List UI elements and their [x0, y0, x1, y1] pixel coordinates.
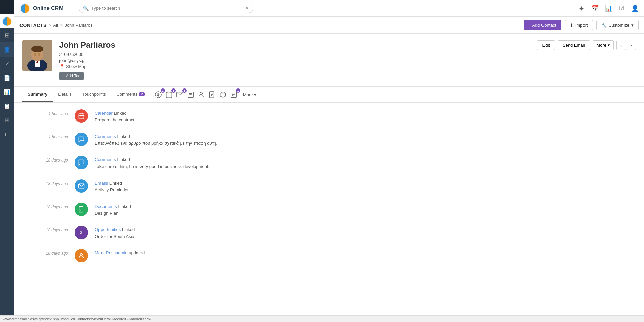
add-tag-label: + Add Tag	[63, 74, 81, 78]
contact-header: John Parliaros 2109762600 john@osys.gr 📍…	[14, 34, 644, 87]
chart-icon[interactable]: 📊	[605, 5, 612, 12]
next-record-button[interactable]: ›	[627, 41, 636, 50]
tasks-icon[interactable]: ☑	[619, 5, 625, 12]
timeline-type-link[interactable]: Opportunities	[95, 227, 121, 232]
timeline-body: Prepare the contract	[95, 117, 631, 123]
import-button[interactable]: ⬇ Import	[565, 20, 593, 30]
breadcrumb-actions: + Add Contact ⬇ Import 🔧 Customize ▾	[524, 20, 639, 30]
tab-icon-quotes[interactable]	[185, 89, 196, 100]
cases-badge: 1	[236, 88, 240, 93]
svg-point-10	[31, 46, 43, 52]
timeline-type-link[interactable]: Calendar	[95, 111, 113, 116]
add-tag-button[interactable]: + Add Tag	[59, 72, 84, 80]
add-contact-button[interactable]: + Add Contact	[524, 20, 561, 30]
send-email-button[interactable]: Send Email	[558, 40, 590, 50]
nav-item-documents[interactable]: 📄	[0, 71, 14, 85]
breadcrumb-current-page: John Parliaros	[65, 23, 92, 28]
tab-icon-cases[interactable]: 1	[228, 89, 239, 100]
contact-email: john@osys.gr	[59, 58, 530, 63]
breadcrumb-all-link[interactable]: All	[53, 23, 58, 28]
import-icon: ⬇	[570, 23, 573, 28]
svg-point-43	[80, 253, 83, 256]
status-url: www.crmdemo7.osys.gr/index.php?module=Co…	[3, 317, 154, 321]
tab-icon-emails[interactable]: 1	[174, 89, 185, 100]
top-bar-actions: ⊕ 📅 📊 ☑ 👤	[579, 5, 639, 12]
user-profile-icon[interactable]: 👤	[631, 5, 639, 12]
contact-avatar	[22, 40, 52, 71]
timeline-content: Comments Linked Επισυνάπτω ένα άρθρο που…	[95, 133, 631, 146]
user-update-icon	[75, 249, 88, 262]
timeline-linked-text: Linked	[117, 157, 130, 162]
timeline-type-link[interactable]: Documents	[95, 204, 117, 209]
timeline-time: 18 days ago	[28, 179, 68, 186]
app-title: Online CRM	[19, 3, 73, 14]
opportunity-icon: $	[75, 226, 88, 239]
edit-button[interactable]: Edit	[537, 40, 555, 50]
tabs-bar: Summary Details Touchpoints Comments 2 1…	[14, 87, 644, 103]
timeline-linked-text: Linked	[109, 181, 122, 186]
timeline-type-link[interactable]: Comments	[95, 157, 116, 162]
svg-rect-0	[4, 5, 10, 5]
breadcrumb: CONTACTS > All > John Parliaros	[19, 23, 92, 28]
nav-item-reports[interactable]: 📊	[0, 85, 14, 99]
timeline-body: Επισυνάπτω ένα άρθρο που βρήκα σχετικά μ…	[95, 140, 631, 146]
timeline-item: 1 hour ago Calendar Linked Prepare the c…	[28, 109, 631, 123]
main-wrapper: Online CRM 🔍 ✕ ⊕ 📅 📊 ☑ 👤 CONTACTS > All …	[14, 0, 644, 322]
show-map-link[interactable]: 📍 Show Map	[59, 64, 530, 69]
svg-rect-14	[166, 92, 172, 98]
breadcrumb-module: CONTACTS	[19, 23, 47, 28]
map-pin-icon: 📍	[59, 64, 65, 69]
customize-button[interactable]: 🔧 Customize ▾	[596, 20, 639, 30]
add-contact-label: + Add Contact	[529, 23, 556, 28]
more-dropdown-button[interactable]: More ▾	[593, 40, 614, 50]
svg-rect-32	[79, 114, 84, 119]
tab-icon-contacts2[interactable]	[196, 89, 207, 100]
document-icon	[75, 203, 88, 216]
timeline-content: Emails Linked Activity Reminder	[95, 179, 631, 193]
nav-item-dashboard[interactable]: ⊞	[0, 28, 14, 42]
svg-rect-28	[231, 92, 237, 98]
tab-icon-calendar[interactable]: 5	[164, 89, 174, 100]
timeline-type-link[interactable]: Mark Rossadmin	[95, 250, 128, 255]
tab-touchpoints[interactable]: Touchpoints	[77, 87, 111, 102]
timeline-type-link[interactable]: Emails	[95, 181, 108, 186]
calendar-icon[interactable]: 📅	[591, 5, 598, 12]
nav-item-modules[interactable]: 📋	[0, 99, 14, 113]
timeline-title: Mark Rossadmin updated	[95, 250, 631, 255]
svg-point-23	[200, 92, 202, 95]
contact-name: John Parliaros	[59, 40, 530, 50]
nav-item-grid[interactable]: ⊞	[0, 113, 14, 127]
tab-summary[interactable]: Summary	[22, 87, 53, 102]
timeline-body: Order for South Asia	[95, 234, 631, 240]
timeline-content: Documents Linked Design Plan	[95, 203, 631, 216]
tab-details[interactable]: Details	[53, 87, 77, 102]
nav-item-tags[interactable]: 🏷	[0, 127, 14, 141]
tab-icon-orders[interactable]	[217, 89, 228, 100]
svg-rect-24	[209, 92, 214, 98]
prev-record-button[interactable]: ‹	[616, 41, 626, 50]
search-input[interactable]	[91, 6, 243, 11]
tab-icon-sales[interactable]: 1	[153, 89, 164, 100]
timeline-linked-text: Linked	[117, 134, 130, 139]
tabs-more-arrow-icon: ▾	[254, 92, 256, 97]
timeline-linked-text: Linked	[114, 111, 126, 116]
nav-item-contacts[interactable]: 👤	[0, 42, 14, 57]
tab-icon-invoices[interactable]	[207, 89, 217, 100]
timeline-linked-text: Linked	[118, 204, 131, 209]
email-icon	[75, 179, 88, 193]
svg-point-11	[34, 53, 36, 56]
nav-item-tasks[interactable]: ✓	[0, 57, 14, 71]
add-icon[interactable]: ⊕	[579, 5, 584, 12]
timeline-time: 1 hour ago	[28, 133, 68, 139]
search-clear-icon[interactable]: ✕	[245, 6, 249, 11]
timeline-time: 18 days ago	[28, 156, 68, 163]
tabs-more-dropdown[interactable]: More ▾	[240, 87, 259, 102]
tab-comments[interactable]: Comments 2	[111, 87, 150, 102]
svg-rect-1	[4, 7, 10, 7]
timeline-type-link[interactable]: Comments	[95, 134, 116, 139]
tabs-more-label: More	[243, 92, 253, 97]
timeline-time: 18 days ago	[28, 226, 68, 232]
hamburger-menu[interactable]	[0, 0, 14, 14]
timeline-time: 18 days ago	[28, 203, 68, 209]
timeline-title: Emails Linked	[95, 181, 631, 186]
